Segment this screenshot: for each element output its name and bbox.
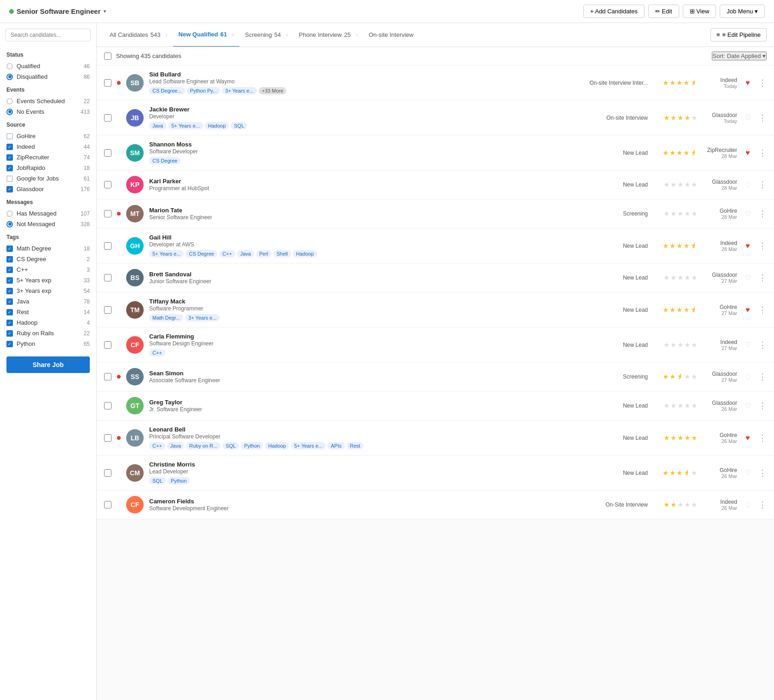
- star-rating[interactable]: ★★★★⯨: [653, 149, 697, 157]
- more-options-button[interactable]: ⋮: [758, 305, 767, 315]
- star-rating[interactable]: ★★★★⯨: [653, 306, 697, 314]
- view-button[interactable]: ⊞ View: [683, 5, 716, 18]
- more-options-button[interactable]: ⋮: [758, 241, 767, 251]
- status-qualified[interactable]: Qualified 46: [0, 61, 96, 71]
- heart-button[interactable]: ♥: [743, 306, 753, 314]
- heart-button[interactable]: ♡: [743, 373, 753, 381]
- has-messaged[interactable]: Has Messaged 107: [0, 208, 96, 219]
- heart-button[interactable]: ♡: [743, 402, 753, 410]
- source-indeed[interactable]: ✓ Indeed 44: [0, 141, 96, 152]
- heart-button[interactable]: ♥: [743, 79, 753, 87]
- sort-button[interactable]: Sort: Date Applied ▾: [712, 52, 767, 60]
- tab-all-candidates[interactable]: All Candidates 543 ›: [104, 23, 173, 47]
- heart-button[interactable]: ♡: [743, 340, 753, 349]
- share-job-button[interactable]: Share Job: [6, 356, 90, 373]
- star-rating[interactable]: ★★★⯨★: [653, 469, 697, 477]
- tag-cs-degree[interactable]: ✓ CS Degree 2: [0, 254, 96, 264]
- candidate-row[interactable]: MT Marion Tate Senior Software Engineer …: [97, 199, 774, 228]
- more-options-button[interactable]: ⋮: [758, 433, 767, 443]
- edit-button[interactable]: ✏ Edit: [648, 5, 679, 18]
- source-glassdoor[interactable]: ✓ Glassdoor 176: [0, 184, 96, 194]
- row-checkbox[interactable]: [104, 306, 111, 314]
- heart-button[interactable]: ♡: [743, 468, 753, 477]
- source-jobrapido[interactable]: ✓ JobRapido 18: [0, 163, 96, 173]
- edit-pipeline-button[interactable]: ≡ ≡ Edit Pipeline: [710, 28, 767, 41]
- star-rating[interactable]: ★★★★★: [653, 434, 697, 442]
- candidate-row[interactable]: GT Greg Taylor Jr. Software Engineer New…: [97, 391, 774, 420]
- heart-button[interactable]: ♡: [743, 113, 753, 122]
- row-checkbox[interactable]: [104, 434, 111, 442]
- row-checkbox[interactable]: [104, 341, 111, 349]
- heart-button[interactable]: ♥: [743, 149, 753, 157]
- source-google[interactable]: Google for Jobs 61: [0, 173, 96, 184]
- star-rating[interactable]: ★★★★★: [653, 114, 697, 122]
- candidate-row[interactable]: JB Jackie Brewer Developer Java5+ Years …: [97, 100, 774, 135]
- row-checkbox[interactable]: [104, 149, 111, 157]
- star-rating[interactable]: ★★★★⯨: [653, 242, 697, 250]
- candidate-row[interactable]: KP Karl Parker Programmer at HubSpot New…: [97, 170, 774, 199]
- star-rating[interactable]: ★★⯨★★: [653, 373, 697, 381]
- star-rating[interactable]: ★★★★★: [653, 274, 697, 282]
- heart-button[interactable]: ♥: [743, 434, 753, 442]
- tag-ruby-on-rails[interactable]: ✓ Ruby on Rails 22: [0, 328, 96, 338]
- candidate-row[interactable]: SB Sid Bullard Lead Software Engineer at…: [97, 65, 774, 100]
- candidate-row[interactable]: LB Leonard Bell Principal Software Devel…: [97, 420, 774, 455]
- more-options-button[interactable]: ⋮: [758, 372, 767, 382]
- row-checkbox[interactable]: [104, 469, 111, 477]
- heart-button[interactable]: ♡: [743, 501, 753, 509]
- row-checkbox[interactable]: [104, 402, 111, 409]
- source-ziprecruiter[interactable]: ✓ ZipRecruiter 74: [0, 152, 96, 163]
- source-gohire[interactable]: GoHire 62: [0, 131, 96, 141]
- tag-java[interactable]: ✓ Java 78: [0, 296, 96, 307]
- row-checkbox[interactable]: [104, 181, 111, 188]
- tag-python[interactable]: ✓ Python 65: [0, 338, 96, 349]
- chevron-down-icon[interactable]: ▾: [104, 9, 106, 14]
- candidate-row[interactable]: BS Brett Sandoval Junior Software Engine…: [97, 263, 774, 292]
- tag-math-degree[interactable]: ✓ Math Degree 18: [0, 243, 96, 254]
- add-candidates-button[interactable]: + Add Candidates: [583, 5, 645, 18]
- heart-button[interactable]: ♡: [743, 181, 753, 189]
- no-events[interactable]: No Events 413: [0, 106, 96, 117]
- more-options-button[interactable]: ⋮: [758, 340, 767, 350]
- tag-hadoop[interactable]: ✓ Hadoop 4: [0, 317, 96, 328]
- row-checkbox[interactable]: [104, 501, 111, 508]
- more-options-button[interactable]: ⋮: [758, 500, 767, 510]
- heart-button[interactable]: ♡: [743, 210, 753, 218]
- star-rating[interactable]: ★★★★★: [653, 402, 697, 410]
- candidate-row[interactable]: GH Gail Hill Developer at AWS 5+ Years e…: [97, 228, 774, 263]
- events-scheduled[interactable]: Events Scheduled 22: [0, 96, 96, 106]
- row-checkbox[interactable]: [104, 114, 111, 122]
- tab-phone-interview[interactable]: Phone Interview 25 ›: [293, 23, 363, 47]
- tag-cpp[interactable]: ✓ C++ 3: [0, 264, 96, 275]
- candidate-row[interactable]: CF Cameron Fields Software Development E…: [97, 490, 774, 519]
- more-options-button[interactable]: ⋮: [758, 209, 767, 219]
- candidate-row[interactable]: SM Shannon Moss Software Developer CS De…: [97, 135, 774, 170]
- more-options-button[interactable]: ⋮: [758, 180, 767, 190]
- tag-3years[interactable]: ✓ 3+ Years exp 54: [0, 286, 96, 296]
- star-rating[interactable]: ★★★★★: [653, 501, 697, 509]
- tab-screening[interactable]: Screening 54 ›: [239, 23, 293, 47]
- row-checkbox[interactable]: [104, 210, 111, 217]
- row-checkbox[interactable]: [104, 242, 111, 250]
- more-options-button[interactable]: ⋮: [758, 113, 767, 123]
- star-rating[interactable]: ★★★★★: [653, 210, 697, 218]
- tab-new-qualified[interactable]: New Qualified 61 ›: [173, 23, 239, 47]
- tag-5years[interactable]: ✓ 5+ Years exp 33: [0, 275, 96, 286]
- tab-onsite-interview[interactable]: On-site Interview: [363, 23, 419, 47]
- heart-button[interactable]: ♡: [743, 274, 753, 282]
- status-disqualified[interactable]: Disqualified 86: [0, 71, 96, 82]
- candidate-row[interactable]: SS Sean Simon Associate Software Enginee…: [97, 362, 774, 391]
- row-checkbox[interactable]: [104, 373, 111, 380]
- candidate-row[interactable]: TM Tiffany Mack Software Programmer Math…: [97, 292, 774, 327]
- select-all-checkbox[interactable]: [104, 52, 111, 60]
- candidate-row[interactable]: CM Christine Morris Lead Developer SQLPy…: [97, 455, 774, 490]
- not-messaged[interactable]: Not Messaged 328: [0, 219, 96, 229]
- search-input[interactable]: [6, 29, 91, 41]
- star-rating[interactable]: ★★★★⯨: [653, 79, 697, 87]
- star-rating[interactable]: ★★★★★: [653, 341, 697, 349]
- row-checkbox[interactable]: [104, 274, 111, 281]
- more-options-button[interactable]: ⋮: [758, 148, 767, 158]
- more-options-button[interactable]: ⋮: [758, 273, 767, 283]
- heart-button[interactable]: ♥: [743, 242, 753, 250]
- more-options-button[interactable]: ⋮: [758, 401, 767, 411]
